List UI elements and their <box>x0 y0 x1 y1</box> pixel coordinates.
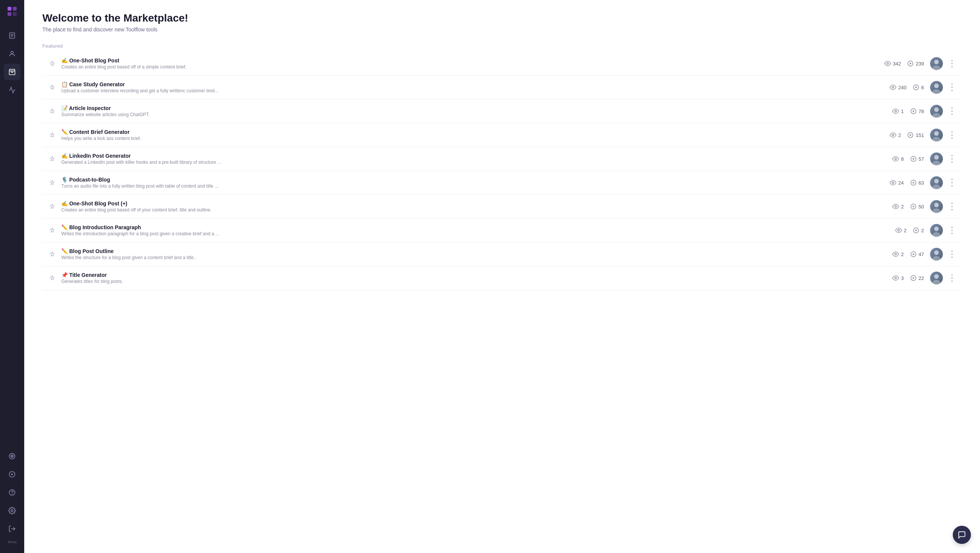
svg-point-77 <box>932 232 941 237</box>
sidebar-nav <box>4 27 21 448</box>
run-number: 2 <box>921 228 924 234</box>
tool-avatar <box>930 248 943 261</box>
svg-point-97 <box>951 280 953 282</box>
svg-marker-76 <box>915 229 917 232</box>
sidebar-item-analytics[interactable] <box>4 82 21 99</box>
view-number: 2 <box>901 204 904 210</box>
tool-more-button[interactable] <box>947 177 957 188</box>
svg-rect-2 <box>8 12 11 16</box>
sidebar-item-help[interactable] <box>4 484 21 501</box>
tool-item[interactable]: ✏️ Content Brief Generator Helps you wri… <box>42 123 962 147</box>
tool-more-button[interactable] <box>947 201 957 212</box>
tool-description: Creates an entire blog post based off of… <box>61 64 884 70</box>
run-number: 239 <box>916 61 924 67</box>
svg-marker-60 <box>913 181 915 184</box>
tool-item[interactable]: ✍️ LinkedIn Post Generator Generated a L… <box>42 147 962 171</box>
svg-point-72 <box>951 206 953 207</box>
run-count: 63 <box>910 179 924 186</box>
sidebar-item-marketplace[interactable] <box>4 64 21 80</box>
sidebar-item-logout[interactable] <box>4 520 21 537</box>
tool-item[interactable]: 📝 Article Inspector Summarize website ar… <box>42 100 962 123</box>
page-header: Welcome to the Marketplace! The place to… <box>42 12 962 33</box>
view-count: 2 <box>892 203 904 210</box>
tool-item[interactable]: ✏️ Blog Post Outline Writes the structur… <box>42 242 962 266</box>
avatar-image <box>930 153 943 165</box>
view-count: 2 <box>895 227 907 234</box>
run-count: 239 <box>907 60 924 67</box>
chat-button[interactable] <box>953 526 971 544</box>
view-number: 1 <box>901 108 904 114</box>
svg-point-94 <box>934 274 939 279</box>
svg-point-46 <box>934 131 939 136</box>
tool-more-button[interactable] <box>947 106 957 116</box>
tool-item[interactable]: ✍️ One-Shot Blog Post (+) Creates an ent… <box>42 195 962 219</box>
sidebar-item-credits[interactable] <box>4 448 21 464</box>
tool-stats: 240 6 <box>889 84 924 91</box>
main-content: Welcome to the Marketplace! The place to… <box>24 0 980 553</box>
avatar-face-icon <box>930 272 943 284</box>
sidebar: Terms <box>0 0 24 553</box>
sidebar-terms-label[interactable]: Terms <box>6 539 19 545</box>
tool-info: 📋 Case Study Generator Upload a customer… <box>61 81 889 94</box>
tool-item[interactable]: 🎙️ Podcast-to-Blog Turns an audio file i… <box>42 171 962 195</box>
avatar-face-icon <box>930 200 943 213</box>
svg-marker-44 <box>910 134 912 136</box>
play-icon <box>910 156 917 162</box>
tool-emoji: 🎙️ <box>61 176 68 183</box>
view-number: 24 <box>898 180 904 186</box>
run-number: 47 <box>919 251 924 257</box>
tool-item[interactable]: 📋 Case Study Generator Upload a customer… <box>42 76 962 100</box>
svg-rect-0 <box>8 7 11 11</box>
tool-more-button[interactable] <box>947 249 957 259</box>
tool-item[interactable]: 📌 Title Generator Generates titles for b… <box>42 266 962 290</box>
svg-point-81 <box>951 233 953 234</box>
svg-point-86 <box>934 250 939 255</box>
tool-more-button[interactable] <box>947 154 957 164</box>
avatar-face-icon <box>930 153 943 165</box>
tool-more-button[interactable] <box>947 130 957 140</box>
play-icon <box>910 179 917 186</box>
avatar-face-icon <box>930 129 943 141</box>
sidebar-item-settings[interactable] <box>4 502 21 519</box>
tool-more-button[interactable] <box>947 58 957 69</box>
sidebar-item-profile[interactable] <box>4 45 21 62</box>
tool-more-button[interactable] <box>947 273 957 283</box>
run-count: 78 <box>910 108 924 114</box>
svg-point-16 <box>11 510 13 512</box>
tool-info: ✍️ One-Shot Blog Post (+) Creates an ent… <box>61 200 892 213</box>
tool-more-button[interactable] <box>947 82 957 93</box>
logo[interactable] <box>5 5 19 18</box>
eye-icon <box>884 60 891 67</box>
more-vertical-icon <box>947 177 957 188</box>
tool-item[interactable]: ✏️ Blog Introduction Paragraph Writes th… <box>42 219 962 242</box>
avatar-image <box>930 129 943 141</box>
sidebar-item-documents[interactable] <box>4 27 21 44</box>
tool-avatar <box>930 81 943 94</box>
svg-point-48 <box>951 134 953 136</box>
svg-point-21 <box>932 65 941 70</box>
play-icon <box>910 251 917 257</box>
svg-point-55 <box>951 155 953 157</box>
run-number: 63 <box>919 180 924 186</box>
tool-info: ✏️ Blog Post Outline Writes the structur… <box>61 248 892 260</box>
avatar-image <box>930 200 943 213</box>
tool-more-button[interactable] <box>947 225 957 236</box>
tool-stats: 3 22 <box>892 275 924 281</box>
svg-point-79 <box>951 227 953 228</box>
tool-description: Helps you write a kick ass content brief… <box>61 136 889 141</box>
tool-description: Upload a customer interview recording an… <box>61 88 889 94</box>
tool-avatar <box>930 224 943 237</box>
svg-marker-13 <box>11 473 13 476</box>
svg-point-85 <box>932 256 941 261</box>
eye-icon <box>895 227 902 234</box>
view-count: 8 <box>892 156 904 162</box>
play-icon <box>910 275 917 281</box>
svg-point-56 <box>951 158 953 160</box>
featured-label: Featured <box>42 43 962 49</box>
more-vertical-icon <box>947 82 957 93</box>
more-vertical-icon <box>947 273 957 283</box>
svg-point-62 <box>934 179 939 183</box>
run-count: 6 <box>913 84 924 91</box>
tool-item[interactable]: ✍️ One-Shot Blog Post Creates an entire … <box>42 52 962 76</box>
sidebar-item-run[interactable] <box>4 466 21 483</box>
